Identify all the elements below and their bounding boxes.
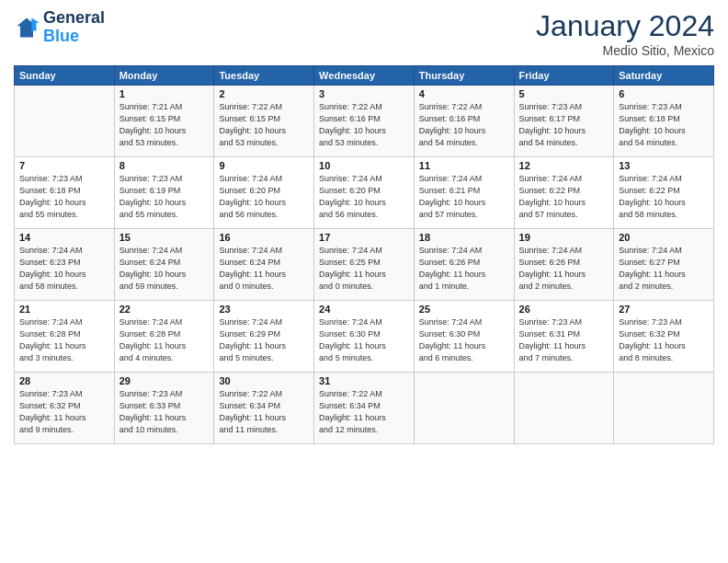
day-number: 3 xyxy=(319,88,409,99)
day-info: Sunrise: 7:24 AMSunset: 6:24 PMDaylight:… xyxy=(219,245,309,293)
day-number: 25 xyxy=(419,304,509,315)
day-info: Sunrise: 7:24 AMSunset: 6:25 PMDaylight:… xyxy=(319,245,409,293)
col-header-thursday: Thursday xyxy=(414,66,514,86)
col-header-friday: Friday xyxy=(514,66,614,86)
calendar-table: SundayMondayTuesdayWednesdayThursdayFrid… xyxy=(14,65,714,444)
day-number: 30 xyxy=(219,375,309,386)
calendar-cell xyxy=(15,86,115,157)
calendar-cell: 24Sunrise: 7:24 AMSunset: 6:30 PMDayligh… xyxy=(314,301,415,373)
day-number: 11 xyxy=(419,160,509,171)
month-title: January 2024 xyxy=(536,9,714,43)
calendar-cell: 28Sunrise: 7:23 AMSunset: 6:32 PMDayligh… xyxy=(15,373,115,444)
day-info: Sunrise: 7:24 AMSunset: 6:20 PMDaylight:… xyxy=(319,173,409,221)
calendar-cell: 8Sunrise: 7:23 AMSunset: 6:19 PMDaylight… xyxy=(114,157,214,229)
calendar-cell: 29Sunrise: 7:23 AMSunset: 6:33 PMDayligh… xyxy=(114,373,214,444)
logo-line2: Blue xyxy=(43,28,105,46)
day-number: 23 xyxy=(219,304,309,315)
day-info: Sunrise: 7:24 AMSunset: 6:27 PMDaylight:… xyxy=(619,245,709,293)
calendar-cell: 25Sunrise: 7:24 AMSunset: 6:30 PMDayligh… xyxy=(414,301,514,373)
day-number: 29 xyxy=(119,375,210,386)
day-number: 7 xyxy=(19,160,109,171)
calendar-cell: 31Sunrise: 7:22 AMSunset: 6:34 PMDayligh… xyxy=(314,373,415,444)
calendar-cell: 4Sunrise: 7:22 AMSunset: 6:16 PMDaylight… xyxy=(414,86,514,157)
day-info: Sunrise: 7:24 AMSunset: 6:29 PMDaylight:… xyxy=(219,316,309,364)
day-number: 10 xyxy=(319,160,409,171)
calendar-cell: 13Sunrise: 7:24 AMSunset: 6:22 PMDayligh… xyxy=(614,157,714,229)
calendar-cell: 19Sunrise: 7:24 AMSunset: 6:26 PMDayligh… xyxy=(514,229,614,301)
day-info: Sunrise: 7:24 AMSunset: 6:20 PMDaylight:… xyxy=(219,173,309,221)
day-info: Sunrise: 7:21 AMSunset: 6:15 PMDaylight:… xyxy=(119,101,210,149)
day-info: Sunrise: 7:23 AMSunset: 6:31 PMDaylight:… xyxy=(519,316,609,364)
col-header-sunday: Sunday xyxy=(15,66,115,86)
logo-line1: General xyxy=(43,9,105,28)
logo-icon xyxy=(14,15,40,40)
calendar-cell: 5Sunrise: 7:23 AMSunset: 6:17 PMDaylight… xyxy=(514,86,614,157)
day-number: 12 xyxy=(519,160,609,171)
col-header-monday: Monday xyxy=(114,66,214,86)
calendar-cell: 14Sunrise: 7:24 AMSunset: 6:23 PMDayligh… xyxy=(15,229,115,301)
day-info: Sunrise: 7:23 AMSunset: 6:18 PMDaylight:… xyxy=(19,173,109,221)
calendar-cell: 18Sunrise: 7:24 AMSunset: 6:26 PMDayligh… xyxy=(414,229,514,301)
calendar-cell: 27Sunrise: 7:23 AMSunset: 6:32 PMDayligh… xyxy=(614,301,714,373)
day-number: 18 xyxy=(419,232,509,243)
day-number: 22 xyxy=(119,304,210,315)
day-info: Sunrise: 7:23 AMSunset: 6:18 PMDaylight:… xyxy=(619,101,709,149)
calendar-cell xyxy=(614,373,714,444)
day-info: Sunrise: 7:24 AMSunset: 6:22 PMDaylight:… xyxy=(519,173,609,221)
day-info: Sunrise: 7:23 AMSunset: 6:32 PMDaylight:… xyxy=(19,388,109,436)
day-number: 4 xyxy=(419,88,509,99)
calendar-cell: 26Sunrise: 7:23 AMSunset: 6:31 PMDayligh… xyxy=(514,301,614,373)
day-info: Sunrise: 7:24 AMSunset: 6:22 PMDaylight:… xyxy=(619,173,709,221)
calendar-cell: 11Sunrise: 7:24 AMSunset: 6:21 PMDayligh… xyxy=(414,157,514,229)
day-number: 14 xyxy=(19,232,109,243)
calendar-cell: 10Sunrise: 7:24 AMSunset: 6:20 PMDayligh… xyxy=(314,157,415,229)
day-info: Sunrise: 7:23 AMSunset: 6:17 PMDaylight:… xyxy=(519,101,609,149)
calendar-cell: 12Sunrise: 7:24 AMSunset: 6:22 PMDayligh… xyxy=(514,157,614,229)
day-number: 28 xyxy=(19,375,109,386)
day-number: 19 xyxy=(519,232,609,243)
col-header-saturday: Saturday xyxy=(614,66,714,86)
day-number: 8 xyxy=(119,160,210,171)
day-number: 9 xyxy=(219,160,309,171)
calendar-cell: 7Sunrise: 7:23 AMSunset: 6:18 PMDaylight… xyxy=(15,157,115,229)
day-info: Sunrise: 7:22 AMSunset: 6:16 PMDaylight:… xyxy=(419,101,509,149)
day-number: 6 xyxy=(619,88,709,99)
day-info: Sunrise: 7:23 AMSunset: 6:32 PMDaylight:… xyxy=(619,316,709,364)
calendar-cell: 6Sunrise: 7:23 AMSunset: 6:18 PMDaylight… xyxy=(614,86,714,157)
logo: General Blue xyxy=(14,9,105,46)
day-info: Sunrise: 7:22 AMSunset: 6:15 PMDaylight:… xyxy=(219,101,309,149)
day-info: Sunrise: 7:24 AMSunset: 6:23 PMDaylight:… xyxy=(19,245,109,293)
day-number: 27 xyxy=(619,304,709,315)
day-number: 24 xyxy=(319,304,409,315)
day-info: Sunrise: 7:24 AMSunset: 6:28 PMDaylight:… xyxy=(19,316,109,364)
day-number: 20 xyxy=(619,232,709,243)
day-info: Sunrise: 7:22 AMSunset: 6:34 PMDaylight:… xyxy=(219,388,309,436)
calendar-cell: 15Sunrise: 7:24 AMSunset: 6:24 PMDayligh… xyxy=(114,229,214,301)
day-info: Sunrise: 7:24 AMSunset: 6:21 PMDaylight:… xyxy=(419,173,509,221)
day-number: 15 xyxy=(119,232,210,243)
day-number: 13 xyxy=(619,160,709,171)
col-header-tuesday: Tuesday xyxy=(214,66,314,86)
day-number: 5 xyxy=(519,88,609,99)
day-number: 31 xyxy=(319,375,409,386)
col-header-wednesday: Wednesday xyxy=(314,66,415,86)
day-info: Sunrise: 7:24 AMSunset: 6:30 PMDaylight:… xyxy=(319,316,409,364)
calendar-cell: 9Sunrise: 7:24 AMSunset: 6:20 PMDaylight… xyxy=(214,157,314,229)
calendar-cell xyxy=(414,373,514,444)
calendar-cell: 3Sunrise: 7:22 AMSunset: 6:16 PMDaylight… xyxy=(314,86,415,157)
title-block: January 2024 Medio Sitio, Mexico xyxy=(536,9,714,58)
day-info: Sunrise: 7:24 AMSunset: 6:26 PMDaylight:… xyxy=(419,245,509,293)
calendar-cell: 17Sunrise: 7:24 AMSunset: 6:25 PMDayligh… xyxy=(314,229,415,301)
day-number: 1 xyxy=(119,88,210,99)
day-info: Sunrise: 7:24 AMSunset: 6:28 PMDaylight:… xyxy=(119,316,210,364)
calendar-cell: 30Sunrise: 7:22 AMSunset: 6:34 PMDayligh… xyxy=(214,373,314,444)
day-number: 17 xyxy=(319,232,409,243)
day-info: Sunrise: 7:24 AMSunset: 6:24 PMDaylight:… xyxy=(119,245,210,293)
day-number: 2 xyxy=(219,88,309,99)
calendar-cell: 22Sunrise: 7:24 AMSunset: 6:28 PMDayligh… xyxy=(114,301,214,373)
calendar-cell xyxy=(514,373,614,444)
day-info: Sunrise: 7:22 AMSunset: 6:16 PMDaylight:… xyxy=(319,101,409,149)
day-info: Sunrise: 7:22 AMSunset: 6:34 PMDaylight:… xyxy=(319,388,409,436)
calendar-cell: 2Sunrise: 7:22 AMSunset: 6:15 PMDaylight… xyxy=(214,86,314,157)
day-number: 16 xyxy=(219,232,309,243)
